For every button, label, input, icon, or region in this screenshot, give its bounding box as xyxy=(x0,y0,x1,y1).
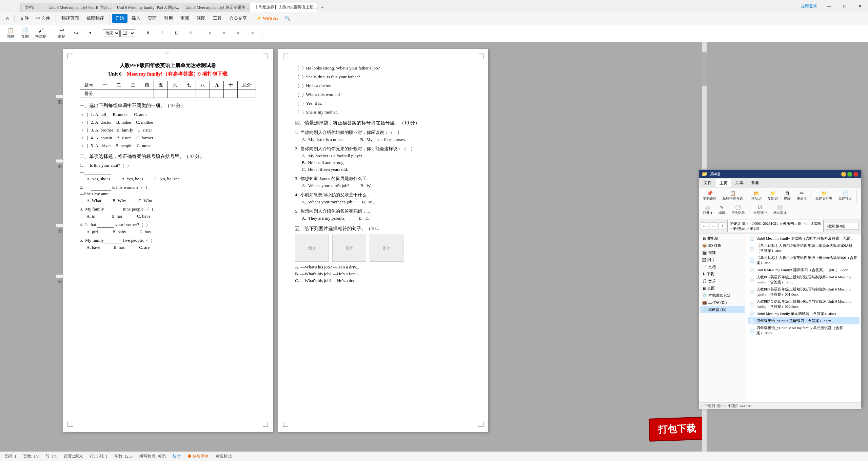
paste-button[interactable]: 📋 粘贴 xyxy=(4,26,18,40)
fe-action-paste-shortcut[interactable]: 📋 粘贴快捷方式 xyxy=(720,189,746,203)
drag-handle[interactable] xyxy=(165,52,171,54)
menu-file[interactable]: 文件 xyxy=(17,14,32,23)
fe-forward-button[interactable]: → xyxy=(710,222,717,230)
italic-button[interactable]: I xyxy=(155,29,169,37)
menu-start[interactable]: 开始 xyxy=(112,14,127,23)
menu-screenshot-translate[interactable]: 截图翻译 xyxy=(83,14,107,23)
strikethrough-button[interactable]: S xyxy=(184,29,197,37)
fe-close-btn[interactable] xyxy=(853,172,858,177)
copy-button[interactable]: 📄 复制 xyxy=(18,26,32,40)
fe-action-copy-path[interactable]: 📌 复制路径 xyxy=(700,189,719,203)
format-brush-icon: 🖌 xyxy=(38,27,44,34)
font-family-select[interactable]: 仿宋 xyxy=(103,29,120,37)
fe-file-item-7[interactable]: 📄 Unit6 Meet my family 单元测试题（含答案）.docx xyxy=(748,310,860,317)
bold-button[interactable]: B xyxy=(141,29,155,37)
fe-tab-view[interactable]: 查看 xyxy=(748,179,763,187)
fe-action-edit[interactable]: ✎ 编辑 xyxy=(716,204,728,217)
menu-insert[interactable]: 插入 xyxy=(128,14,144,23)
fe-search-input[interactable]: 搜索 第4组 xyxy=(825,223,859,230)
minimize-button[interactable]: — xyxy=(821,0,837,12)
fe-file-item-4[interactable]: 📄 人教PEP英语四年级上册知识梳理与实战练-Unit 6 Meet my fa… xyxy=(748,274,860,286)
menu-view[interactable]: 视图 xyxy=(193,14,209,23)
3d-objects-label: 3D 对象 xyxy=(708,243,721,248)
fe-action-move-to[interactable]: 📂 移动到 xyxy=(749,189,764,203)
fe-left-item-pictures[interactable]: 🖼 图片 xyxy=(700,256,745,263)
wps-ai-button[interactable]: ⚡ WPS AI xyxy=(254,14,281,22)
fe-left-item-video[interactable]: 🎬 视频 xyxy=(700,249,745,256)
fe-left-item-drive-e[interactable]: 💿 老硬盘 (E:) xyxy=(700,306,745,313)
fe-up-button[interactable]: ↑ xyxy=(718,222,726,230)
fe-left-item-downloads[interactable]: ⬇ 下载 xyxy=(700,270,745,278)
align-center-button[interactable]: ≡ xyxy=(217,29,231,37)
fe-tab-share[interactable]: 共享 xyxy=(732,179,747,187)
menu-tools[interactable]: 工具 xyxy=(210,14,225,23)
tab-3[interactable]: Unit 6 Meet my family! 单元专题测... × xyxy=(181,3,249,12)
fe-path-bar[interactable]: 老硬盘 (E:) > 0.0001-20231021-人教版书上册 > 4 > … xyxy=(727,220,824,232)
fe-file-item-0[interactable]: 📄 Unit6 Meet my family 测试题（含听力分析料及答题，无题.… xyxy=(748,235,860,242)
tab-0-close[interactable]: × xyxy=(37,6,39,9)
status-settings: 设置:2厘米 xyxy=(64,454,83,459)
fe-file-item-2[interactable]: 📄 【单元达标】人教PEP版英语四年级上册Unit达标测试6（含答案）.doc xyxy=(748,254,860,266)
fe-left-item-documents[interactable]: 📄 文档 xyxy=(700,263,745,270)
font-size-select[interactable]: 12 xyxy=(120,29,135,37)
menu-member[interactable]: 会员专享 xyxy=(226,14,250,23)
fe-file-item-8[interactable]: 📄 四年级英语上Unit 6 路能练习（含答案）.docx xyxy=(748,317,860,324)
align-right-button[interactable]: ≡ xyxy=(232,29,245,37)
select-all-icon: ☑ xyxy=(758,205,762,211)
more-undo-button[interactable]: ▾ xyxy=(83,29,97,37)
wps-logo[interactable]: W xyxy=(3,14,12,22)
fe-action-new-folder[interactable]: 📁 新建文件夹 xyxy=(813,189,835,203)
fe-left-item-drive-c[interactable]: 💿 本地磁盘 (C:) xyxy=(700,292,745,299)
tab-2[interactable]: Unit 6 Meet my family! Part A 同步... × xyxy=(113,3,180,12)
wps-icon: W xyxy=(5,16,9,21)
redo-button[interactable]: ↪ xyxy=(69,28,83,38)
fe-tab-file[interactable]: 文件 xyxy=(700,179,715,187)
toolbar: 📋 粘贴 📄 复制 🖌 格式刷 ↩ 撤销 ↪ ▾ 仿宋 12 B I U xyxy=(0,24,868,42)
format-brush-button[interactable]: 🖌 格式刷 xyxy=(33,26,49,40)
fe-action-invert-select[interactable]: ⬜ 反向选择 xyxy=(770,204,789,217)
fe-action-new-item[interactable]: 📄 新建项目 xyxy=(836,189,855,203)
fe-file-item-5[interactable]: 📄 人教PEP英语四年级上册知识梳理与实战练-Unit 6 Meet my fa… xyxy=(748,286,860,298)
align-justify-button[interactable]: ≡ xyxy=(246,29,259,37)
menu-translate-page[interactable]: 翻译页面 xyxy=(58,14,82,23)
fe-file-item-1[interactable]: 📄 【单元达标】人教PEP版英语四年级上册Unit达标测试6A册（含答案）.do… xyxy=(748,242,860,254)
tab-4[interactable]: 【单元达标】人教PEP版英语上册... × xyxy=(250,3,317,12)
fe-left-item-desktop[interactable]: 🖥 桌面 xyxy=(700,285,745,292)
status-proofread[interactable]: 校对 xyxy=(173,454,181,459)
tab-1[interactable]: Unit 6 Meet my family! Part B 同步... × xyxy=(44,3,112,12)
fe-action-select-all[interactable]: ☑ 全部选中 xyxy=(751,204,770,217)
fe-left-item-music[interactable]: 🎵 音乐 xyxy=(700,278,745,285)
fe-action-rename[interactable]: ✏ 重命名 xyxy=(794,189,810,203)
menu-reference[interactable]: 引用 xyxy=(161,14,176,23)
fe-file-item-9[interactable]: 📄 四年级英语上Unit6 Meet my family 单元测试题（含答案）.… xyxy=(748,324,860,337)
login-button[interactable]: 立即登录 xyxy=(797,3,821,9)
fe-file-item-6[interactable]: 📄 人教PEP英语四年级上册知识梳理与实战练-Unit 6 Meet my fa… xyxy=(748,298,860,310)
fe-action-open[interactable]: 📖 打开 ▾ xyxy=(700,204,715,217)
file-9-icon: 📄 xyxy=(750,328,754,333)
close-button[interactable]: ✕ xyxy=(852,0,868,12)
fe-action-delete[interactable]: 🗑 删除 xyxy=(781,189,793,203)
menu-page[interactable]: 页面 xyxy=(144,14,160,23)
fe-tab-home[interactable]: 主页 xyxy=(716,179,731,187)
tab-add-button[interactable]: + xyxy=(318,3,327,12)
fe-minimize-btn[interactable] xyxy=(841,172,846,177)
fe-left-item-drive-d[interactable]: 💼 工作室 (D:) xyxy=(700,299,745,306)
fe-left-item-3d[interactable]: 📦 3D 对象 xyxy=(700,242,745,249)
tab-0[interactable]: 文档1 × xyxy=(20,3,43,12)
underline-button[interactable]: U xyxy=(170,29,183,37)
maximize-button[interactable]: □ xyxy=(837,0,852,12)
fe-back-button[interactable]: ← xyxy=(701,222,708,230)
search-menu-button[interactable]: 🔍 xyxy=(281,14,294,22)
fe-action-copy-to[interactable]: 📁 复制到 xyxy=(765,189,781,203)
fe-action-history[interactable]: 🕐 历史记录 xyxy=(729,204,748,217)
fe-file-item-3[interactable]: 📄 Unit 6 Meet my family! 随课练习（含答案）（001）.… xyxy=(748,266,860,274)
fe-left-item-computer[interactable]: 🖥 此电脑 xyxy=(700,235,745,242)
undo-button[interactable]: ↩ 撤销 xyxy=(55,26,68,40)
align-left-button[interactable]: ≡ xyxy=(203,29,217,37)
score-table-header-9: 九 xyxy=(210,81,224,89)
menu-review[interactable]: 审阅 xyxy=(177,14,193,23)
download-badge[interactable]: 打包下载 xyxy=(649,417,706,442)
menu-edit[interactable]: ✂ 文件 xyxy=(33,14,53,23)
fe-maximize-btn[interactable] xyxy=(847,172,852,177)
scrollbar-thumb[interactable] xyxy=(702,52,707,86)
